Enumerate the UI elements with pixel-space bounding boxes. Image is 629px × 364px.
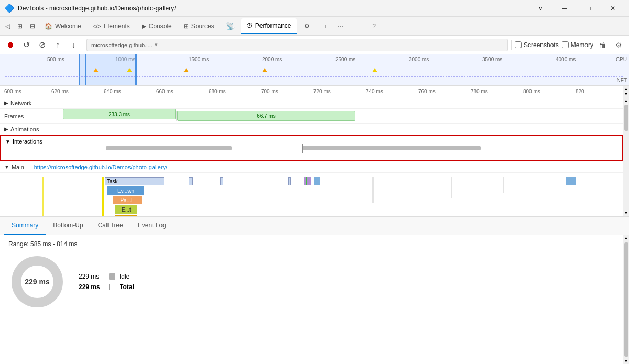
task-block-thin2[interactable] [451, 177, 452, 198]
summary-scroll-up[interactable]: ▲ [623, 235, 630, 241]
summary-scrollbar[interactable]: ▲ ▼ [623, 235, 629, 365]
maximize-button[interactable]: □ [577, 0, 601, 17]
tab-settings-btn[interactable]: ⚙ [300, 19, 314, 34]
minimize-button[interactable]: ─ [552, 0, 577, 17]
task-block[interactable]: Task [105, 177, 162, 185]
tab-sources[interactable]: ⊞ Sources [178, 18, 220, 34]
donut-value: 229 ms [25, 278, 49, 286]
devtools-icon: 🔷 [4, 3, 15, 13]
task-block-7[interactable] [314, 177, 320, 185]
animations-track: ▶ Animations [0, 124, 629, 135]
window-controls: ∨ ─ □ ✕ [528, 0, 625, 17]
clear-button[interactable]: ⊘ [36, 39, 48, 51]
network-expand[interactable]: ▶ [4, 100, 8, 106]
main-expand[interactable]: ▼ [4, 164, 9, 170]
tab-more-btn[interactable]: ⋯ [333, 19, 348, 34]
event-block-et[interactable]: E...t [115, 205, 137, 214]
frame-block-1: 233.3 ms [63, 109, 176, 119]
toolbar-separator-1 [83, 40, 83, 50]
elements-icon: </> [93, 23, 101, 29]
task-block-5[interactable] [288, 177, 291, 185]
tab-help-btn[interactable]: ? [367, 19, 382, 34]
right-handle[interactable] [135, 54, 137, 85]
tab-summary[interactable]: Summary [4, 217, 46, 235]
task-block-8[interactable] [566, 177, 576, 185]
screenshots-label[interactable]: Screenshots [524, 41, 559, 49]
dtick-660: 660 ms [156, 89, 173, 94]
scroll-down-btn[interactable]: ▼ [623, 91, 629, 97]
scroll-up-arrow[interactable]: ▲ [623, 97, 630, 104]
task-block-2[interactable] [155, 177, 164, 185]
total-label: Total [120, 283, 134, 291]
idle-ms: 229 ms [79, 273, 105, 280]
tab-event-log[interactable]: Event Log [131, 217, 173, 235]
tab-call-tree[interactable]: Call Tree [91, 217, 131, 235]
interactions-label: ▼ Interactions [1, 136, 64, 145]
main-thread-content: Task Ev...wn Pa...L E...t (...) [0, 173, 623, 216]
title-bar: 🔷 DevTools - microsoftedge.github.io/Dem… [0, 0, 629, 17]
delete-recording-button[interactable]: 🗑 [597, 39, 609, 51]
task-block-4[interactable] [220, 177, 223, 185]
window-title: DevTools - microsoftedge.github.io/Demos… [18, 5, 528, 12]
tab-welcome[interactable]: 🏠 Welcome [39, 18, 86, 34]
interaction-bar-2 [302, 146, 481, 150]
tab-dock[interactable]: ⊟ [27, 18, 38, 34]
main-thread-track: ▼ Main — https://microsoftedge.github.io… [0, 161, 623, 216]
interactions-expand[interactable]: ▼ [5, 139, 10, 145]
frame-block-2: 66.7 ms [177, 111, 355, 121]
donut-center-label: 229 ms [25, 278, 49, 286]
performance-settings-button[interactable]: ⚙ [612, 39, 625, 51]
tick-3 [302, 144, 303, 153]
legend-total: 229 ms Total [79, 283, 134, 291]
screenshots-checkbox[interactable] [515, 41, 522, 48]
animations-expand[interactable]: ▶ [4, 126, 8, 132]
dtick-720: 720 ms [313, 89, 331, 94]
reload-button[interactable]: ↺ [20, 39, 32, 51]
close-button[interactable]: ✕ [601, 0, 625, 17]
performance-toolbar: ⏺ ↺ ⊘ ↑ ↓ microsoftedge.github.i... ▾ Sc… [0, 36, 629, 54]
event-block-evwn[interactable]: Ev...wn [107, 186, 144, 195]
task-block-3[interactable] [189, 177, 193, 185]
task-block-thin3[interactable] [503, 177, 504, 193]
upload-button[interactable]: ↑ [51, 39, 64, 51]
sources-icon: ⊞ [183, 23, 189, 30]
interactions-track: ▼ Interactions [0, 135, 623, 161]
memory-label[interactable]: Memory [571, 41, 593, 49]
event-block-anon[interactable]: (...) [115, 215, 137, 216]
left-handle[interactable] [85, 54, 86, 85]
network-label: ▶ Network [0, 100, 63, 106]
summary-scroll-thumb[interactable] [624, 242, 628, 357]
animations-content [63, 124, 629, 135]
summary-scroll-down[interactable]: ▼ [623, 358, 630, 364]
tab-network-signal[interactable]: 📡 [221, 18, 240, 34]
dtick-740: 740 ms [366, 89, 383, 94]
scroll-thumb[interactable] [624, 105, 628, 131]
marker-5 [372, 68, 377, 72]
vertical-scrollbar[interactable]: ▲ ▼ [623, 97, 629, 216]
tick-3500ms: 3500 ms [482, 57, 502, 62]
tab-new-devtools[interactable]: ⊞ [14, 18, 26, 34]
bottom-tab-bar: Summary Bottom-Up Call Tree Event Log [0, 216, 629, 235]
record-button[interactable]: ⏺ [4, 39, 17, 51]
memory-checkbox[interactable] [562, 41, 569, 48]
dtick-640: 640 ms [104, 89, 121, 94]
window-menu-button[interactable]: ∨ [528, 0, 552, 17]
tab-console[interactable]: ▶ Console [136, 18, 177, 34]
task-block-green[interactable] [306, 177, 307, 185]
tab-elements[interactable]: </> Elements [88, 18, 135, 34]
tab-back[interactable]: ◁ [2, 18, 13, 34]
marker-1 [93, 68, 99, 72]
marker-2 [127, 68, 132, 72]
task-block-thin[interactable] [372, 177, 374, 203]
tab-performance[interactable]: ⏱ Performance [241, 18, 297, 34]
tab-panel-btn[interactable]: □ [317, 19, 331, 34]
scroll-down-arrow[interactable]: ▼ [623, 210, 630, 216]
download-button[interactable]: ↓ [67, 39, 80, 51]
tab-bottom-up[interactable]: Bottom-Up [46, 217, 90, 235]
tab-plus-btn[interactable]: + [350, 19, 365, 34]
tick-1 [106, 144, 106, 153]
event-block-pal[interactable]: Pa...L [113, 196, 142, 204]
tick-4000ms: 4000 ms [556, 57, 576, 62]
dtick-620: 620 ms [51, 89, 69, 94]
tick-2 [232, 144, 232, 153]
